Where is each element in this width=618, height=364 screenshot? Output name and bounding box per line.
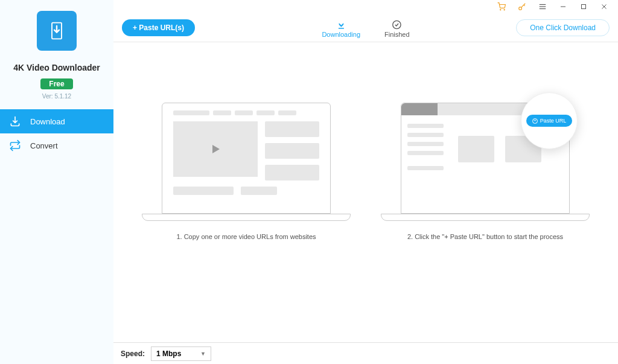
svg-rect-8 xyxy=(582,5,586,9)
plus-icon: + xyxy=(532,118,538,124)
speed-value: 1 Mbps xyxy=(156,350,181,358)
sidebar-item-download[interactable]: Download xyxy=(0,109,113,133)
app-logo xyxy=(37,11,77,51)
app-name: 4K Video Downloader xyxy=(13,63,100,72)
step2-illustration: + Paste URL xyxy=(381,103,590,221)
guide-step-2: + Paste URL 2. Click the "+ Paste URL" b… xyxy=(381,103,590,240)
convert-icon xyxy=(8,139,22,152)
finished-icon xyxy=(392,19,403,30)
sidebar-item-label: Download xyxy=(30,117,65,126)
download-arrow-icon xyxy=(47,21,66,40)
toolbar: + Paste URL(s) Downloading Finished One … xyxy=(113,13,618,42)
step2-caption: 2. Click the "+ Paste URL" button to sta… xyxy=(407,233,563,240)
sidebar-nav: Download Convert xyxy=(0,109,113,158)
sidebar-item-label: Convert xyxy=(30,141,58,150)
play-icon xyxy=(208,142,223,156)
svg-point-3 xyxy=(519,7,522,10)
one-click-download-button[interactable]: One Click Download xyxy=(516,19,610,36)
status-tabs: Downloading Finished xyxy=(322,13,409,42)
sidebar: 4K Video Downloader Free Ver: 5.1.12 Dow… xyxy=(0,0,113,364)
speed-select[interactable]: 1 Mbps ▼ xyxy=(151,346,211,361)
free-badge: Free xyxy=(40,78,72,89)
svg-point-12 xyxy=(393,21,401,28)
window-bar xyxy=(113,0,618,13)
chevron-down-icon: ▼ xyxy=(200,351,206,357)
guide-step-1: 1. Copy one or more video URLs from webs… xyxy=(142,103,351,240)
paste-url-callout: + Paste URL xyxy=(521,92,578,149)
app-version: Ver: 5.1.12 xyxy=(42,93,71,100)
step1-illustration xyxy=(142,103,351,221)
maximize-icon[interactable] xyxy=(579,2,588,11)
tab-finished[interactable]: Finished xyxy=(384,19,410,42)
svg-point-1 xyxy=(500,10,501,10)
svg-point-2 xyxy=(504,10,505,10)
tab-downloading[interactable]: Downloading xyxy=(322,19,360,42)
svg-rect-11 xyxy=(339,28,344,29)
minimize-icon[interactable] xyxy=(559,2,567,11)
downloading-icon xyxy=(336,19,346,30)
tab-label: Finished xyxy=(384,31,410,38)
speed-label: Speed: xyxy=(121,350,145,358)
sidebar-item-convert[interactable]: Convert xyxy=(0,133,113,158)
menu-icon[interactable] xyxy=(538,2,547,11)
close-icon[interactable] xyxy=(600,2,608,11)
step1-caption: 1. Copy one or more video URLs from webs… xyxy=(176,233,316,240)
empty-state: 1. Copy one or more video URLs from webs… xyxy=(113,42,618,342)
paste-url-bubble-button: + Paste URL xyxy=(526,115,573,127)
tab-label: Downloading xyxy=(322,31,360,38)
key-icon[interactable] xyxy=(518,2,526,11)
bubble-label: Paste URL xyxy=(540,118,567,124)
main-area: + Paste URL(s) Downloading Finished One … xyxy=(113,0,618,364)
download-icon xyxy=(8,115,22,128)
paste-url-button[interactable]: + Paste URL(s) xyxy=(122,19,195,36)
cart-icon[interactable] xyxy=(497,2,506,11)
footer: Speed: 1 Mbps ▼ xyxy=(113,342,618,364)
